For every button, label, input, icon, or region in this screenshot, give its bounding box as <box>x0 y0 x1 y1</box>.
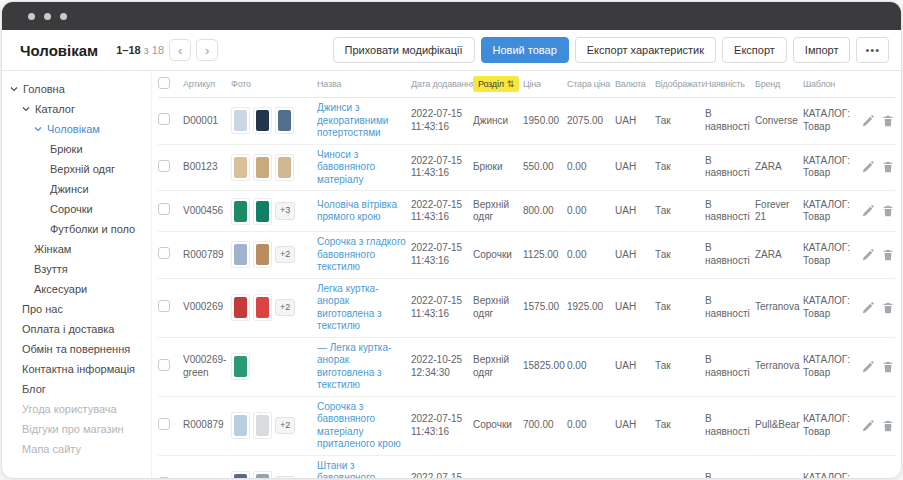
column-header-0[interactable]: Артикул <box>183 79 231 89</box>
sidebar-item-17[interactable]: Відгуки про магазин <box>2 419 151 439</box>
export-button[interactable]: Експорт <box>722 37 787 63</box>
more-photos-badge[interactable]: +2 <box>275 299 295 316</box>
template-cell: КАТАЛОГ: Товар <box>803 238 856 271</box>
pagination-next-button[interactable]: › <box>196 39 218 61</box>
product-photo[interactable] <box>231 353 250 380</box>
column-header-10[interactable]: Бренд <box>755 79 803 89</box>
edit-icon[interactable] <box>862 205 874 217</box>
new-product-button[interactable]: Новий товар <box>481 37 569 63</box>
window-close-button[interactable] <box>28 13 35 20</box>
export-characteristics-button[interactable]: Експорт характеристик <box>575 37 716 63</box>
column-header-5[interactable]: Ціна <box>523 79 567 89</box>
sidebar-item-3[interactable]: Брюки <box>2 139 151 159</box>
product-photo[interactable] <box>231 241 250 268</box>
product-name-link[interactable]: Джинси з декоративними потертостями <box>317 102 388 138</box>
delete-icon[interactable] <box>882 420 894 432</box>
column-header-label: Ціна <box>523 79 541 89</box>
product-photo[interactable] <box>253 241 272 268</box>
brand-cell: ZARA <box>755 157 803 178</box>
product-photo[interactable] <box>231 294 250 321</box>
row-checkbox[interactable] <box>158 247 170 259</box>
edit-icon[interactable] <box>862 302 874 314</box>
sidebar-item-4[interactable]: Верхній одяг <box>2 159 151 179</box>
product-photo[interactable] <box>231 198 250 225</box>
product-name-link[interactable]: Чиноси з бавовняного матеріалу <box>317 149 375 185</box>
column-header-7[interactable]: Валюта <box>615 79 655 89</box>
product-photo[interactable] <box>253 154 272 181</box>
sidebar-item-1[interactable]: Каталог <box>2 99 151 119</box>
sidebar-item-10[interactable]: Аксесуари <box>2 279 151 299</box>
sidebar-item-12[interactable]: Оплата і доставка <box>2 319 151 339</box>
delete-icon[interactable] <box>882 249 894 261</box>
row-checkbox[interactable] <box>158 160 170 172</box>
column-header-9[interactable]: Наявність <box>705 79 755 89</box>
select-all-checkbox[interactable] <box>158 77 170 89</box>
product-name-link[interactable]: — Легка куртка-анорак виготовлена з текс… <box>317 342 391 391</box>
product-photo[interactable] <box>275 107 294 134</box>
sidebar-item-16[interactable]: Угода користувача <box>2 399 151 419</box>
product-photo[interactable] <box>231 471 250 479</box>
sidebar-item-8[interactable]: Жінкам <box>2 239 151 259</box>
hide-modifications-button[interactable]: Приховати модифікації <box>333 37 475 63</box>
sidebar-item-18[interactable]: Мапа сайту <box>2 439 151 459</box>
sidebar-item-7[interactable]: Футболки и поло <box>2 219 151 239</box>
column-header-11[interactable]: Шаблон <box>803 79 856 89</box>
sidebar-item-9[interactable]: Взуття <box>2 259 151 279</box>
more-photos-badge[interactable]: +2 <box>275 417 295 434</box>
sidebar-item-5[interactable]: Джинси <box>2 179 151 199</box>
product-name-link[interactable]: Чоловіча вітрівка прямого крою <box>317 199 397 223</box>
row-checkbox[interactable] <box>158 113 170 125</box>
more-actions-button[interactable]: ••• <box>856 37 889 63</box>
delete-icon[interactable] <box>882 302 894 314</box>
edit-icon[interactable] <box>862 479 874 480</box>
product-name-link[interactable]: Сорочка з бавовняного матеріалу притален… <box>317 401 401 450</box>
sidebar-item-2[interactable]: Чоловікам <box>2 119 151 139</box>
row-checkbox[interactable] <box>158 359 170 371</box>
column-header-8[interactable]: Відображати <box>655 79 705 89</box>
row-checkbox[interactable] <box>158 477 170 479</box>
edit-icon[interactable] <box>862 420 874 432</box>
sidebar-item-14[interactable]: Контактна інформація <box>2 359 151 379</box>
column-header-6[interactable]: Стара ціна <box>567 79 615 89</box>
product-photo[interactable] <box>253 294 272 321</box>
more-photos-badge[interactable]: +3 <box>275 202 295 219</box>
product-name-link[interactable]: Сорочка з гладкого бавовняного текстилю <box>317 236 406 272</box>
product-photo[interactable] <box>231 154 250 181</box>
row-checkbox[interactable] <box>158 418 170 430</box>
sidebar-item-15[interactable]: Блог <box>2 379 151 399</box>
row-checkbox[interactable] <box>158 300 170 312</box>
window-maximize-button[interactable] <box>60 13 67 20</box>
column-header-2[interactable]: Назва <box>317 79 411 89</box>
sidebar-item-6[interactable]: Сорочки <box>2 199 151 219</box>
product-name-link[interactable]: Легка куртка-анорак виготовлена з тексти… <box>317 283 382 332</box>
product-photo[interactable] <box>253 412 272 439</box>
sidebar-item-11[interactable]: Про нас <box>2 299 151 319</box>
column-header-4[interactable]: Розділ⇅ <box>473 76 523 92</box>
delete-icon[interactable] <box>882 361 894 373</box>
delete-icon[interactable] <box>882 161 894 173</box>
window-minimize-button[interactable] <box>44 13 51 20</box>
delete-icon[interactable] <box>882 115 894 127</box>
more-photos-badge[interactable]: +2 <box>275 246 295 263</box>
row-checkbox[interactable] <box>158 203 170 215</box>
edit-icon[interactable] <box>862 161 874 173</box>
sidebar-item-13[interactable]: Обмін та повернення <box>2 339 151 359</box>
delete-icon[interactable] <box>882 479 894 480</box>
product-photo[interactable] <box>253 471 272 479</box>
delete-icon[interactable] <box>882 205 894 217</box>
sidebar-item-0[interactable]: Головна <box>2 79 151 99</box>
product-photo[interactable] <box>275 154 294 181</box>
edit-icon[interactable] <box>862 249 874 261</box>
column-header-3[interactable]: Дата додавання <box>411 79 473 89</box>
edit-icon[interactable] <box>862 361 874 373</box>
pagination-prev-button[interactable]: ‹ <box>169 39 191 61</box>
product-photo[interactable] <box>231 412 250 439</box>
column-header-1[interactable]: Фото <box>231 79 317 89</box>
more-photos-badge[interactable]: +2 <box>275 476 295 479</box>
import-button[interactable]: Імпорт <box>793 37 851 63</box>
edit-icon[interactable] <box>862 115 874 127</box>
product-name-link[interactable]: Штани з бавовняного матеріалу прямого кр… <box>317 460 404 480</box>
product-photo[interactable] <box>253 107 272 134</box>
product-photo[interactable] <box>253 198 272 225</box>
product-photo[interactable] <box>231 107 250 134</box>
